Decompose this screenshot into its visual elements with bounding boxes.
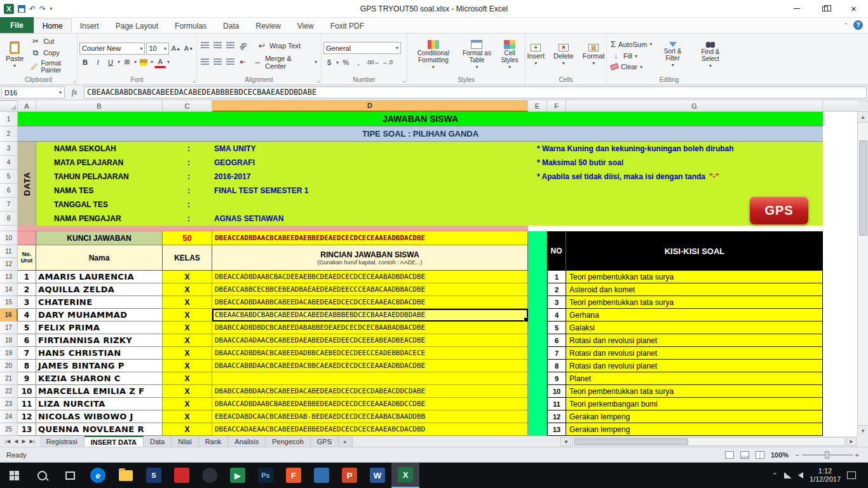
fill-color-button[interactable] (138, 57, 149, 68)
paste-button[interactable]: Paste▾ (2, 35, 27, 75)
horizontal-scroll-thumb[interactable] (574, 438, 688, 445)
kisi-topic-cell[interactable]: Rotasi dan revolusi planet (566, 347, 823, 360)
ribbon-tab[interactable]: View (289, 19, 322, 33)
ribbon-tab[interactable]: Home (34, 18, 72, 33)
ribbon-tab[interactable]: File (0, 17, 34, 33)
student-answer-cell[interactable]: DBAACCADBDBACBCABEEDADBBCAEBEDCECDEECCEA… (212, 347, 528, 360)
action-center-icon[interactable] (847, 471, 856, 479)
bold-button[interactable]: B (79, 57, 91, 68)
prev-sheet-icon[interactable]: ◀ (14, 438, 18, 444)
powerpoint-taskbar-button[interactable]: P (336, 463, 363, 488)
sheet-subtitle-cell[interactable]: TIPE SOAL : PILIHAN GANDA (18, 126, 823, 142)
row-header[interactable]: 5 (0, 170, 18, 184)
student-class-cell[interactable]: X (163, 296, 212, 309)
kisi-topic-cell[interactable]: Gerhana (566, 309, 823, 322)
decrease-decimal-button[interactable]: ←.0 (382, 57, 394, 68)
student-number-cell[interactable]: 8 (18, 360, 36, 372)
vertical-scrollbar[interactable]: ▲ ▼ (857, 112, 868, 436)
minimize-ribbon-icon[interactable]: ⌃ (843, 22, 848, 29)
student-answer-cell[interactable]: DBABCCABBDAACBCABEEDACABEDEAEDCECDCECDAB… (212, 385, 528, 398)
underline-button[interactable]: U (105, 57, 116, 68)
delete-cells-button[interactable]: × Delete▾ (550, 35, 578, 75)
first-sheet-icon[interactable]: |◀ (5, 438, 10, 444)
student-answer-cell[interactable]: EBEACDABDCAACBCABEEDAB-BEDEAEDCECDCECEAA… (212, 410, 528, 423)
word-taskbar-button[interactable]: W (363, 463, 391, 488)
borders-button[interactable]: ⊞ (121, 57, 133, 68)
ribbon-tab[interactable]: Formulas (166, 19, 215, 33)
vertical-scroll-thumb[interactable] (859, 140, 867, 236)
align-center-icon[interactable] (212, 57, 223, 68)
student-class-cell[interactable]: X (163, 423, 212, 436)
student-name-cell[interactable]: NICOLAS WIBOWO J (36, 410, 163, 423)
kisi-topic-cell[interactable]: Teori perkembangan bumi (566, 398, 823, 410)
student-name-cell[interactable]: KEZIA SHARON C (36, 372, 163, 385)
student-class-cell[interactable]: X (163, 372, 212, 385)
student-class-cell[interactable]: X (163, 360, 212, 372)
kisi-topic-cell[interactable]: Rotasi dan revolusi planet (566, 360, 823, 372)
align-right-icon[interactable] (224, 57, 236, 68)
store-taskbar-button[interactable]: S (140, 463, 168, 488)
normal-view-icon[interactable] (725, 451, 734, 459)
sheet-tab[interactable]: GPS (311, 436, 339, 447)
student-name-cell[interactable]: HANS CHRISTIAN (36, 347, 163, 360)
currency-button[interactable]: $ (323, 57, 335, 68)
kisi-title-header[interactable]: KISI-KISI SOAL (566, 231, 823, 271)
student-name-cell[interactable]: FIRTIANNISA RIZKY (36, 334, 163, 347)
wrap-text-button[interactable]: ↩Wrap Text (255, 41, 302, 51)
sheet-tab[interactable]: Pengecoh (266, 436, 311, 447)
zoom-slider-thumb[interactable] (825, 451, 829, 459)
foxit-taskbar-button[interactable]: F (280, 463, 308, 488)
student-answer-cell[interactable]: DBEACCADBDAABCBACDEEAEBBCDEAEDCECDCECEAA… (212, 271, 528, 283)
name-box[interactable]: D16▾ (1, 86, 65, 98)
student-class-cell[interactable]: X (163, 398, 212, 410)
row-header[interactable]: 24 (0, 410, 18, 423)
taskbar-clock[interactable]: 1:12 1/12/2017 (810, 467, 841, 484)
column-header[interactable]: B (36, 100, 163, 112)
student-name-cell[interactable]: DARY MUHAMMAD (36, 309, 163, 322)
student-number-cell[interactable]: 13 (18, 423, 36, 436)
cell-styles-button[interactable]: Cell Styles▾ (496, 35, 523, 75)
horizontal-scrollbar[interactable]: ◀ ▶ (560, 436, 868, 447)
cut-button[interactable]: ✂Cut (29, 36, 75, 46)
conditional-formatting-button[interactable]: Conditional Formatting▾ (409, 35, 458, 75)
row-header[interactable]: 11 (0, 245, 18, 258)
sheet-tab[interactable]: Registrasi (40, 436, 85, 447)
kisi-number-cell[interactable]: 12 (547, 410, 566, 423)
sheet-tab[interactable]: Analisis (228, 436, 266, 447)
student-name-cell[interactable]: CHATERINE (36, 296, 163, 309)
student-number-cell[interactable]: 11 (18, 398, 36, 410)
excel-taskbar-button[interactable]: X (391, 463, 419, 488)
student-number-cell[interactable]: 7 (18, 347, 36, 360)
kisi-number-cell[interactable]: 2 (547, 283, 566, 296)
italic-button[interactable]: I (92, 57, 104, 68)
number-dialog-launcher[interactable]: ⌟ (403, 77, 405, 83)
minimize-button[interactable] (782, 0, 811, 17)
kisi-number-cell[interactable]: 6 (547, 334, 566, 347)
search-button[interactable] (28, 463, 56, 488)
kisi-topic-cell[interactable]: Rotasi dan revolusi planet (566, 334, 823, 347)
clipboard-dialog-launcher[interactable]: ⌟ (73, 77, 76, 83)
kisi-number-cell[interactable]: 10 (547, 385, 566, 398)
kisi-number-cell[interactable]: 7 (547, 347, 566, 360)
student-number-cell[interactable]: 10 (18, 385, 36, 398)
info-row[interactable]: TANGGAL TES : (36, 198, 823, 212)
copy-button[interactable]: ⧉Copy (29, 48, 75, 58)
kisi-no-header[interactable]: NO (547, 231, 566, 271)
column-header[interactable]: C (163, 100, 212, 112)
student-number-cell[interactable]: 6 (18, 334, 36, 347)
zoom-level[interactable]: 100% (771, 451, 789, 459)
number-format-combo[interactable]: General▾ (323, 42, 401, 54)
kisi-number-cell[interactable]: 3 (547, 296, 566, 309)
kisi-topic-cell[interactable]: Teori pembentukkan tata surya (566, 296, 823, 309)
page-break-view-icon[interactable] (756, 451, 764, 459)
student-number-cell[interactable]: 1 (18, 271, 36, 283)
student-name-cell[interactable]: JAMES BINTANG P (36, 360, 163, 372)
insert-function-icon[interactable]: fx (66, 88, 83, 97)
student-number-cell[interactable]: 4 (18, 309, 36, 322)
last-sheet-icon[interactable]: ▶| (30, 438, 35, 444)
answer-key-label-cell[interactable]: KUNCI JAWABAN (36, 231, 163, 245)
row-header[interactable]: 22 (0, 385, 18, 398)
scroll-right-icon[interactable]: ▶ (846, 437, 857, 446)
comma-button[interactable]: , (353, 57, 364, 68)
sheet-tab[interactable]: Data (144, 436, 172, 447)
